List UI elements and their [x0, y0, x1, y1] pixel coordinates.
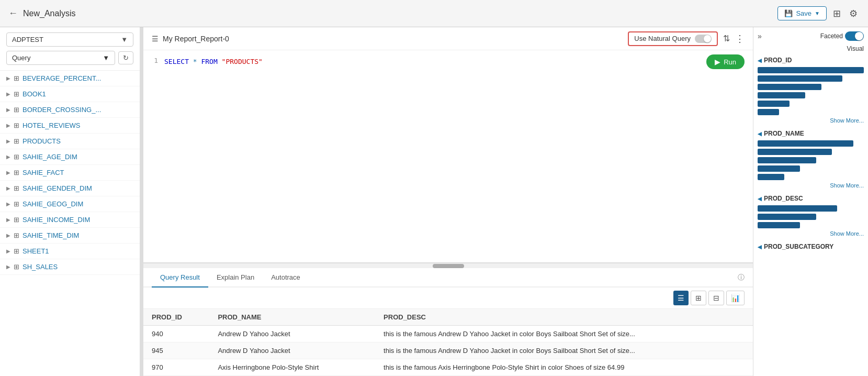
facet-bar-wrap-2 [758, 222, 864, 228]
facet-bar-wrap-2 [758, 84, 864, 90]
sidebar-item-5[interactable]: ▶ ⊞ SAHIE_AGE_DIM [0, 149, 140, 165]
facet-bar-wrap-3 [758, 92, 864, 98]
run-button-area: ▶ Run [706, 54, 745, 69]
sidebar-item-name: HOTEL_REVIEWS [22, 121, 81, 129]
tab-info-icon[interactable]: ⓘ [738, 273, 745, 282]
sidebar-arrow-icon: ▶ [6, 264, 10, 270]
grid-view-button[interactable]: ⊞ [691, 291, 706, 305]
facet-bar-1 [758, 149, 832, 155]
sidebar-item-name: BORDER_CROSSING_... [22, 106, 101, 114]
sidebar-item-name: SAHIE_AGE_DIM [22, 153, 77, 161]
tab-explain-plan[interactable]: Explain Plan [208, 268, 263, 287]
settings-icon-button[interactable]: ⚙ [847, 6, 860, 21]
back-button[interactable]: ← [8, 8, 18, 19]
result-toolbar: ☰ ⊞ ⊟ 📊 [143, 287, 753, 309]
facet-bar-wrap-2 [758, 157, 864, 163]
split-view-button[interactable]: ⊟ [708, 291, 724, 305]
run-button[interactable]: ▶ Run [706, 54, 745, 69]
tab-autotrace[interactable]: Autotrace [263, 268, 309, 287]
facet-bar-wrap-1 [758, 214, 864, 220]
table-icon: ⊞ [14, 90, 19, 98]
panel-section-title-1: ◀ PROD_NAME [758, 130, 864, 137]
facet-bar-4 [758, 101, 790, 107]
result-table: PROD_ID PROD_NAME PROD_DESC 940 Andrew D… [143, 309, 753, 376]
facet-bar-4 [758, 174, 784, 180]
run-label: Run [724, 58, 736, 66]
expand-panel-button[interactable]: » [758, 32, 762, 40]
table-view-button[interactable]: ☰ [673, 291, 689, 305]
report-title-area: ☰ My Report_Report-0 [152, 35, 229, 43]
section-triangle-icon: ◀ [758, 131, 762, 137]
sidebar-item-name: BEVERAGE_PERCENT... [22, 74, 101, 82]
refresh-button[interactable]: ↻ [118, 51, 133, 64]
sidebar-arrow-icon: ▶ [6, 248, 10, 254]
save-button[interactable]: 💾 Save ▼ [777, 6, 827, 20]
facet-bar-wrap-0 [758, 67, 864, 73]
facet-bar-1 [758, 75, 842, 82]
sidebar-item-9[interactable]: ▶ ⊞ SAHIE_INCOME_DIM [0, 212, 140, 228]
table-icon: ⊞ [14, 200, 19, 208]
sidebar-item-1[interactable]: ▶ ⊞ BOOK1 [0, 86, 140, 102]
sidebar-item-8[interactable]: ▶ ⊞ SAHIE_GEOG_DIM [0, 196, 140, 212]
sidebar-item-name: SHEET1 [22, 247, 49, 255]
save-label: Save [796, 9, 811, 17]
toggle-knob [704, 35, 711, 42]
table-icon: ⊞ [14, 106, 19, 114]
layout-icon-button[interactable]: ⊞ [831, 6, 843, 21]
sidebar-arrow-icon: ▶ [6, 107, 10, 113]
section-title-label: PROD_DESC [764, 195, 803, 202]
facet-bar-wrap-1 [758, 149, 864, 155]
sidebar-arrow-icon: ▶ [6, 123, 10, 128]
facet-bar-1 [758, 214, 816, 220]
sql-star: * [189, 58, 201, 65]
query-selector[interactable]: Query ▼ [6, 51, 115, 65]
sidebar-arrow-icon: ▶ [6, 233, 10, 238]
cell-prod-id: 970 [143, 359, 209, 376]
panel-section-title-2: ◀ PROD_DESC [758, 195, 864, 202]
facet-bar-2 [758, 157, 816, 163]
table-row: 970 Axis Herringbone Polo-Style Shirt th… [143, 359, 753, 376]
filter-icon-button[interactable]: ⇅ [723, 34, 730, 43]
editor-content[interactable]: 1 SELECT * FROM "PRODUCTS" [143, 50, 753, 262]
report-controls: Use Natural Query ⇅ ⋮ [628, 31, 745, 46]
natural-query-toggle[interactable] [695, 35, 712, 43]
sql-table-name: "PRODUCTS" [218, 58, 263, 65]
data-table-wrap: PROD_ID PROD_NAME PROD_DESC 940 Andrew D… [143, 309, 753, 376]
facet-bar-2 [758, 222, 800, 228]
right-panel-header: » Faceted [758, 31, 864, 41]
sidebar-item-2[interactable]: ▶ ⊞ BORDER_CROSSING_... [0, 102, 140, 118]
cell-prod-name: Axis Herringbone Polo-Style Shirt [209, 359, 375, 376]
show-more-button-0[interactable]: Show More... [758, 117, 864, 124]
col-header-prod-id: PROD_ID [143, 309, 209, 326]
cell-prod-desc: this is the famous Axis Herringbone Polo… [375, 359, 753, 376]
sidebar-item-11[interactable]: ▶ ⊞ SHEET1 [0, 244, 140, 259]
sidebar-item-0[interactable]: ▶ ⊞ BEVERAGE_PERCENT... [0, 71, 140, 86]
facet-bar-wrap-5 [758, 109, 864, 115]
sidebar-item-10[interactable]: ▶ ⊞ SAHIE_TIME_DIM [0, 228, 140, 244]
sidebar: ADPTEST ▼ Query ▼ ↻ ▶ ⊞ BEVERAGE_PERCENT… [0, 27, 140, 376]
panel-section-title-3: ◀ PROD_SUBCATEGORY [758, 243, 864, 250]
sidebar-item-7[interactable]: ▶ ⊞ SAHIE_GENDER_DIM [0, 181, 140, 196]
editor-scrollbar[interactable] [143, 263, 753, 268]
sidebar-item-4[interactable]: ▶ ⊞ PRODUCTS [0, 134, 140, 149]
table-body: 940 Andrew D Yahoo Jacket this is the fa… [143, 326, 753, 376]
header-right: 💾 Save ▼ ⊞ ⚙ [777, 6, 860, 21]
faceted-toggle-area: Faceted [820, 31, 864, 41]
sidebar-item-6[interactable]: ▶ ⊞ SAHIE_FACT [0, 165, 140, 181]
code-area[interactable]: SELECT * FROM "PRODUCTS" [164, 57, 753, 256]
show-more-button-1[interactable]: Show More... [758, 182, 864, 189]
facet-bar-0 [758, 140, 853, 147]
section-triangle-icon: ◀ [758, 196, 762, 202]
more-options-button[interactable]: ⋮ [735, 33, 745, 45]
table-icon: ⊞ [14, 216, 19, 224]
sidebar-item-12[interactable]: ▶ ⊞ SH_SALES [0, 259, 140, 275]
chart-view-button[interactable]: 📊 [726, 291, 745, 305]
sql-editor: 1 SELECT * FROM "PRODUCTS" ▶ Run [143, 50, 753, 263]
sidebar-item-3[interactable]: ▶ ⊞ HOTEL_REVIEWS [0, 118, 140, 134]
show-more-button-2[interactable]: Show More... [758, 230, 864, 237]
db-caret-icon: ▼ [121, 36, 128, 43]
database-selector[interactable]: ADPTEST ▼ [6, 32, 133, 47]
tab-query-result[interactable]: Query Result [152, 268, 208, 287]
panel-section-0: ◀ PROD_ID Show More... [758, 57, 864, 124]
faceted-toggle-switch[interactable] [845, 31, 864, 41]
